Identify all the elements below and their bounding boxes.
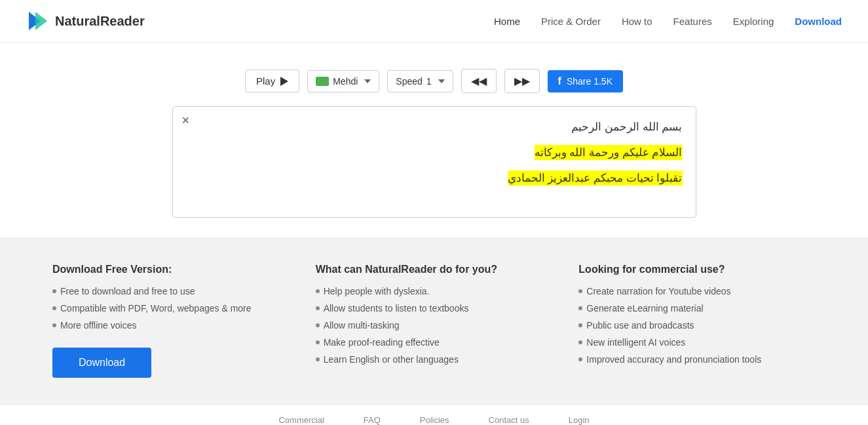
text-area: × بسم الله الرحمن الرحيم السلام عليكم ور…: [172, 106, 696, 218]
footer-col-commercial: Looking for commercial use? Create narra…: [578, 264, 816, 378]
footer-grid: Download Free Version: Free to download …: [52, 264, 816, 378]
voice-name: Mehdi: [333, 76, 358, 87]
footer-col2-item1: Help people with dyslexia.: [324, 286, 430, 296]
nav-download[interactable]: Download: [795, 16, 842, 27]
close-button[interactable]: ×: [182, 113, 190, 127]
text-line-3: تقبلوا تحيات محبكم عبدالعزيز الحمادي: [186, 171, 683, 185]
bullet-icon: [316, 340, 320, 344]
bullet-icon: [316, 357, 320, 361]
bullet-icon: [52, 306, 56, 310]
list-item: Free to download and free to use: [52, 286, 290, 296]
play-icon: [280, 77, 288, 86]
list-item: Help people with dyslexia.: [316, 286, 553, 296]
bullet-icon: [578, 306, 582, 310]
nav-exploring[interactable]: Exploring: [733, 16, 774, 27]
footer-col1-item1: Free to download and free to use: [60, 286, 195, 296]
skip-back-button[interactable]: ◀◀: [461, 69, 497, 93]
footer-col3-item4: New intelligent AI voices: [586, 337, 685, 348]
chevron-down-icon: [364, 79, 371, 83]
voice-flag-icon: [316, 77, 329, 86]
list-item: Make proof-reading effective: [316, 337, 553, 348]
footer-download-button[interactable]: Download: [52, 348, 151, 378]
list-item: Compatible with PDF, Word, webpages & mo…: [52, 303, 290, 314]
bullet-icon: [316, 323, 320, 327]
player-bar: Play Mehdi Speed 1 ◀◀ ▶▶ f Share 1.5K: [245, 69, 623, 93]
footer-col3-item3: Public use and broadcasts: [586, 320, 694, 331]
footer-col-features: What can NaturalReader do for you? Help …: [316, 264, 553, 378]
bullet-icon: [578, 357, 582, 361]
nav-home[interactable]: Home: [494, 16, 520, 27]
bullet-icon: [316, 289, 320, 293]
facebook-icon: f: [558, 75, 561, 87]
bullet-icon: [578, 323, 582, 327]
facebook-share-button[interactable]: f Share 1.5K: [548, 70, 623, 92]
play-button[interactable]: Play: [245, 70, 299, 92]
footer-col2-list: Help people with dyslexia. Allow student…: [316, 286, 553, 365]
share-label: Share 1.5K: [567, 76, 613, 87]
footer-link-policies[interactable]: Policies: [420, 415, 449, 425]
list-item: Public use and broadcasts: [578, 320, 816, 331]
footer-col2-item2: Allow students to listen to textbooks: [324, 303, 469, 314]
bullet-icon: [52, 289, 56, 293]
logo-icon: [26, 9, 50, 33]
skip-back-icon: ◀◀: [471, 75, 487, 87]
bullet-icon: [52, 323, 56, 327]
list-item: New intelligent AI voices: [578, 337, 816, 348]
svg-marker-1: [35, 12, 47, 30]
list-item: Generate eLearning material: [578, 303, 816, 314]
footer-col1-heading: Download Free Version:: [52, 264, 290, 275]
logo-text: NaturalReader: [55, 14, 145, 29]
footer-col1-item2: Compatible with PDF, Word, webpages & mo…: [60, 303, 252, 314]
chevron-down-speed-icon: [438, 79, 445, 83]
footer-col2-heading: What can NaturalReader do for you?: [316, 264, 553, 275]
footer-col1-item3: More offline voices: [60, 320, 136, 331]
footer-col-download: Download Free Version: Free to download …: [52, 264, 290, 378]
footer-link-contact[interactable]: Contact us: [489, 415, 529, 425]
main-content: Play Mehdi Speed 1 ◀◀ ▶▶ f Share 1.5K × …: [0, 43, 868, 237]
footer-link-login[interactable]: Login: [569, 415, 590, 425]
list-item: Improved accuracy and pronunciation tool…: [578, 354, 816, 365]
footer-col2-item3: Allow multi-tasking: [324, 320, 400, 331]
bullet-icon: [578, 289, 582, 293]
list-item: Allow students to listen to textbooks: [316, 303, 553, 314]
list-item: Allow multi-tasking: [316, 320, 553, 331]
speed-label: Speed: [396, 76, 422, 87]
footer-bottom: Commercial FAQ Policies Contact us Login: [0, 404, 868, 425]
footer-col3-item1: Create narration for Youtube videos: [586, 286, 730, 296]
logo[interactable]: NaturalReader: [26, 9, 145, 33]
text-line-1: بسم الله الرحمن الرحيم: [186, 120, 683, 134]
footer-col3-item5: Improved accuracy and pronunciation tool…: [586, 354, 761, 365]
nav-price[interactable]: Price & Order: [541, 16, 601, 27]
speed-value: 1: [426, 76, 432, 87]
footer-link-faq[interactable]: FAQ: [364, 415, 381, 425]
footer-col2-item4: Make proof-reading effective: [324, 337, 440, 348]
footer-col3-list: Create narration for Youtube videos Gene…: [578, 286, 816, 365]
footer-link-commercial[interactable]: Commercial: [278, 415, 324, 425]
skip-forward-button[interactable]: ▶▶: [504, 69, 540, 93]
header: NaturalReader Home Price & Order How to …: [0, 0, 868, 43]
nav-howto[interactable]: How to: [622, 16, 652, 27]
speed-selector[interactable]: Speed 1: [387, 70, 453, 92]
text-highlighted-3: تقبلوا تحيات محبكم عبدالعزيز الحمادي: [508, 171, 683, 186]
skip-forward-icon: ▶▶: [514, 75, 530, 87]
play-label: Play: [256, 75, 275, 87]
footer-col1-list: Free to download and free to use Compati…: [52, 286, 290, 331]
footer-col3-heading: Looking for commercial use?: [578, 264, 816, 275]
main-nav: Home Price & Order How to Features Explo…: [494, 16, 842, 27]
footer-top: Download Free Version: Free to download …: [0, 237, 868, 404]
list-item: More offline voices: [52, 320, 290, 331]
list-item: Learn English or other languages: [316, 354, 553, 365]
text-highlighted-2: السلام عليكم ورحمة الله وبركاته: [535, 145, 683, 160]
voice-selector[interactable]: Mehdi: [307, 70, 379, 92]
nav-features[interactable]: Features: [673, 16, 712, 27]
bullet-icon: [578, 340, 582, 344]
bullet-icon: [316, 306, 320, 310]
footer-col3-item2: Generate eLearning material: [586, 303, 703, 314]
text-line-2: السلام عليكم ورحمة الله وبركاته: [186, 146, 683, 159]
list-item: Create narration for Youtube videos: [578, 286, 816, 296]
footer-col2-item5: Learn English or other languages: [324, 354, 459, 365]
